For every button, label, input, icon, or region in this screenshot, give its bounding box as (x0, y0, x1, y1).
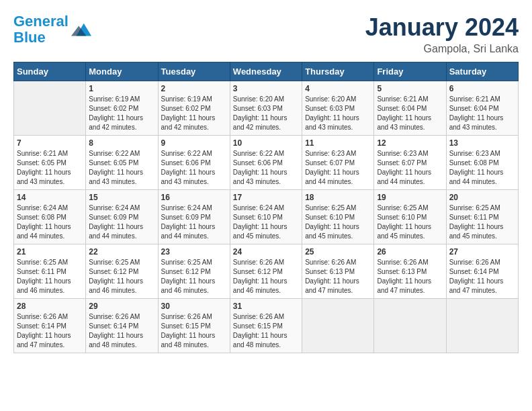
calendar-cell: 22Sunrise: 6:25 AMSunset: 6:12 PMDayligh… (86, 244, 158, 299)
day-info: Sunrise: 6:23 AMSunset: 6:07 PMDaylight:… (377, 149, 443, 187)
calendar-cell: 8Sunrise: 6:22 AMSunset: 6:05 PMDaylight… (86, 136, 158, 190)
day-info: Sunrise: 6:23 AMSunset: 6:07 PMDaylight:… (305, 149, 371, 187)
day-info: Sunrise: 6:24 AMSunset: 6:10 PMDaylight:… (233, 203, 299, 241)
day-info: Sunrise: 6:26 AMSunset: 6:14 PMDaylight:… (449, 258, 515, 295)
calendar-cell: 1Sunrise: 6:19 AMSunset: 6:02 PMDaylight… (86, 81, 158, 136)
calendar-cell: 10Sunrise: 6:22 AMSunset: 6:06 PMDayligh… (230, 136, 302, 190)
subtitle: Gampola, Sri Lanka (365, 43, 519, 55)
day-number: 23 (161, 247, 227, 257)
calendar-cell: 23Sunrise: 6:25 AMSunset: 6:12 PMDayligh… (158, 244, 230, 299)
weekday-header: Sunday (14, 62, 86, 81)
header-row: SundayMondayTuesdayWednesdayThursdayFrid… (14, 62, 519, 81)
logo-text: General Blue (13, 13, 69, 46)
day-info: Sunrise: 6:25 AMSunset: 6:11 PMDaylight:… (449, 203, 515, 241)
day-number: 29 (89, 302, 154, 311)
day-number: 18 (305, 193, 371, 202)
calendar-cell: 21Sunrise: 6:25 AMSunset: 6:11 PMDayligh… (14, 244, 86, 299)
day-info: Sunrise: 6:25 AMSunset: 6:12 PMDaylight:… (161, 258, 227, 295)
logo: General Blue (13, 13, 91, 46)
day-number: 7 (17, 138, 83, 148)
day-number: 30 (161, 302, 227, 311)
day-number: 1 (89, 84, 154, 93)
day-info: Sunrise: 6:23 AMSunset: 6:08 PMDaylight:… (449, 149, 515, 187)
calendar-cell: 5Sunrise: 6:21 AMSunset: 6:04 PMDaylight… (374, 81, 446, 136)
calendar-cell: 6Sunrise: 6:21 AMSunset: 6:04 PMDaylight… (446, 81, 518, 136)
day-info: Sunrise: 6:19 AMSunset: 6:02 PMDaylight:… (89, 95, 154, 132)
calendar-week-row: 1Sunrise: 6:19 AMSunset: 6:02 PMDaylight… (14, 81, 519, 136)
day-info: Sunrise: 6:24 AMSunset: 6:09 PMDaylight:… (161, 203, 227, 241)
day-info: Sunrise: 6:25 AMSunset: 6:11 PMDaylight:… (17, 258, 83, 295)
day-number: 8 (89, 138, 154, 148)
day-info: Sunrise: 6:24 AMSunset: 6:08 PMDaylight:… (17, 203, 83, 241)
day-number: 27 (449, 247, 515, 257)
calendar-cell: 14Sunrise: 6:24 AMSunset: 6:08 PMDayligh… (14, 190, 86, 244)
day-number: 4 (305, 84, 371, 93)
calendar-cell (302, 299, 374, 353)
weekday-header: Tuesday (158, 62, 230, 81)
calendar-cell (446, 299, 518, 353)
calendar-body: 1Sunrise: 6:19 AMSunset: 6:02 PMDaylight… (14, 81, 519, 353)
calendar-cell: 15Sunrise: 6:24 AMSunset: 6:09 PMDayligh… (86, 190, 158, 244)
weekday-header: Monday (86, 62, 158, 81)
calendar-cell: 11Sunrise: 6:23 AMSunset: 6:07 PMDayligh… (302, 136, 374, 190)
weekday-header: Saturday (446, 62, 518, 81)
day-info: Sunrise: 6:21 AMSunset: 6:04 PMDaylight:… (377, 95, 443, 132)
calendar-cell: 7Sunrise: 6:21 AMSunset: 6:05 PMDaylight… (14, 136, 86, 190)
day-number: 14 (17, 193, 83, 202)
day-number: 25 (305, 247, 371, 257)
day-number: 9 (161, 138, 227, 148)
calendar-cell: 28Sunrise: 6:26 AMSunset: 6:14 PMDayligh… (14, 299, 86, 353)
day-number: 3 (233, 84, 299, 93)
day-info: Sunrise: 6:22 AMSunset: 6:06 PMDaylight:… (161, 149, 227, 187)
calendar-table: SundayMondayTuesdayWednesdayThursdayFrid… (13, 62, 519, 353)
day-info: Sunrise: 6:26 AMSunset: 6:13 PMDaylight:… (377, 258, 443, 295)
day-info: Sunrise: 6:25 AMSunset: 6:12 PMDaylight:… (89, 258, 154, 295)
day-number: 17 (233, 193, 299, 202)
day-number: 11 (305, 138, 371, 148)
day-number: 5 (377, 84, 443, 93)
main-title: January 2024 (365, 13, 519, 42)
calendar-cell: 3Sunrise: 6:20 AMSunset: 6:03 PMDaylight… (230, 81, 302, 136)
calendar-cell (14, 81, 86, 136)
day-info: Sunrise: 6:26 AMSunset: 6:15 PMDaylight:… (161, 312, 227, 350)
calendar-cell: 30Sunrise: 6:26 AMSunset: 6:15 PMDayligh… (158, 299, 230, 353)
day-number: 20 (449, 193, 515, 202)
logo-line2: Blue (13, 29, 46, 46)
day-number: 13 (449, 138, 515, 148)
day-info: Sunrise: 6:21 AMSunset: 6:04 PMDaylight:… (449, 95, 515, 132)
calendar-week-row: 21Sunrise: 6:25 AMSunset: 6:11 PMDayligh… (14, 244, 519, 299)
logo-icon (71, 19, 91, 40)
calendar-cell: 4Sunrise: 6:20 AMSunset: 6:03 PMDaylight… (302, 81, 374, 136)
calendar-week-row: 28Sunrise: 6:26 AMSunset: 6:14 PMDayligh… (14, 299, 519, 353)
day-number: 22 (89, 247, 154, 257)
day-info: Sunrise: 6:22 AMSunset: 6:06 PMDaylight:… (233, 149, 299, 187)
page-header: General Blue January 2024 Gampola, Sri L… (13, 13, 519, 55)
calendar-week-row: 7Sunrise: 6:21 AMSunset: 6:05 PMDaylight… (14, 136, 519, 190)
day-info: Sunrise: 6:25 AMSunset: 6:10 PMDaylight:… (305, 203, 371, 241)
calendar-cell: 16Sunrise: 6:24 AMSunset: 6:09 PMDayligh… (158, 190, 230, 244)
calendar-cell: 19Sunrise: 6:25 AMSunset: 6:10 PMDayligh… (374, 190, 446, 244)
day-info: Sunrise: 6:26 AMSunset: 6:15 PMDaylight:… (233, 312, 299, 350)
calendar-cell: 2Sunrise: 6:19 AMSunset: 6:02 PMDaylight… (158, 81, 230, 136)
day-number: 15 (89, 193, 154, 202)
calendar-cell (374, 299, 446, 353)
weekday-header: Friday (374, 62, 446, 81)
day-info: Sunrise: 6:25 AMSunset: 6:10 PMDaylight:… (377, 203, 443, 241)
weekday-header: Wednesday (230, 62, 302, 81)
day-info: Sunrise: 6:20 AMSunset: 6:03 PMDaylight:… (233, 95, 299, 132)
day-number: 31 (233, 302, 299, 311)
calendar-cell: 27Sunrise: 6:26 AMSunset: 6:14 PMDayligh… (446, 244, 518, 299)
calendar-header: SundayMondayTuesdayWednesdayThursdayFrid… (14, 62, 519, 81)
calendar-cell: 20Sunrise: 6:25 AMSunset: 6:11 PMDayligh… (446, 190, 518, 244)
calendar-cell: 18Sunrise: 6:25 AMSunset: 6:10 PMDayligh… (302, 190, 374, 244)
calendar-cell: 29Sunrise: 6:26 AMSunset: 6:14 PMDayligh… (86, 299, 158, 353)
day-number: 26 (377, 247, 443, 257)
day-number: 19 (377, 193, 443, 202)
day-number: 21 (17, 247, 83, 257)
calendar-cell: 17Sunrise: 6:24 AMSunset: 6:10 PMDayligh… (230, 190, 302, 244)
day-number: 16 (161, 193, 227, 202)
day-info: Sunrise: 6:26 AMSunset: 6:13 PMDaylight:… (305, 258, 371, 295)
calendar-cell: 26Sunrise: 6:26 AMSunset: 6:13 PMDayligh… (374, 244, 446, 299)
weekday-header: Thursday (302, 62, 374, 81)
title-block: January 2024 Gampola, Sri Lanka (365, 13, 519, 55)
